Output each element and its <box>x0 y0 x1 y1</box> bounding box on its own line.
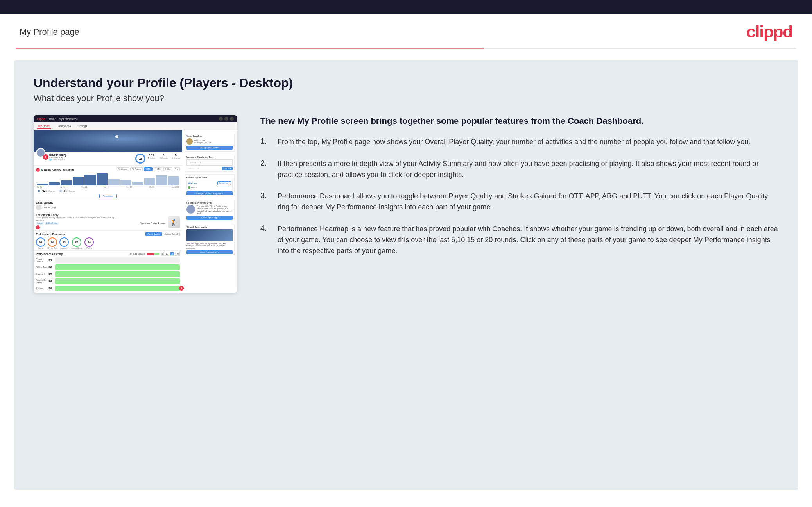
mockup-hcp-badge: 1 <box>43 154 48 160</box>
mockup-location: 🌐 United Kingdom <box>49 159 133 161</box>
mockup-community-section: Clippd Community Visit the Clippd Commun… <box>185 224 235 256</box>
heatmap-20[interactable]: 20 <box>175 252 180 256</box>
ring-putting-label: Putting <box>86 247 92 249</box>
count-offcourse-value: 3 <box>63 189 65 193</box>
toggle-strokes-gained[interactable]: Strokes Gained <box>163 232 180 236</box>
mockup-arccos-btn[interactable]: Disconnect <box>217 181 231 185</box>
nav-performance: My Performance <box>59 118 78 120</box>
subnav-profile: My Profile <box>37 124 51 129</box>
bar-5 <box>84 175 96 185</box>
mockup-perf-header: Performance Dashboard Player Quality Str… <box>36 232 180 236</box>
mockup-heatmap-section: Performance Heatmap 5 Round Change: 5 <box>34 250 182 293</box>
heatmap-val-approach: 85 <box>48 273 54 276</box>
mockup-bar-chart <box>36 173 180 185</box>
all-activities-btn[interactable]: All Activities <box>99 194 117 198</box>
toggle-player-quality[interactable]: Player Quality <box>145 232 161 236</box>
heatmap-label-approach: Approach <box>36 273 47 275</box>
mockup-arccos-row: Arccos Disconnect <box>188 181 231 185</box>
bar-3 <box>61 180 72 185</box>
bar-2 <box>49 182 60 186</box>
heatmap-box-offtee: ↓ . <box>55 264 180 270</box>
heatmap-rounds-label: 5 Round Change: <box>130 253 145 255</box>
mockup-latest-title: Latest Activity <box>36 201 180 204</box>
mockup-hero-bg <box>34 130 182 152</box>
page-title: My Profile page <box>20 27 79 37</box>
bar-1 <box>37 184 48 185</box>
left-column: clippd Home My Performance My Profile Co… <box>34 115 237 293</box>
heatmap-label-offtee: Off the Tee <box>36 266 47 268</box>
mockup-activity-badge: 2 <box>36 168 40 172</box>
mockup-lesson-tags: Lesson Bil 1h: 30 mins Videos and Photos… <box>36 222 165 225</box>
mockup-coach-row: Dan Davies Barnehgate Golf Club <box>186 138 233 145</box>
top-bar <box>0 0 812 14</box>
heatmap-val-around: 86 <box>48 280 54 283</box>
mockup-trackman-add-btn[interactable]: Add Link <box>222 167 233 170</box>
mockup-chart-labels: Oct 21 Nov 21 Dec 21 Jan 22 Feb 22 Mar 2… <box>36 186 180 189</box>
bar-9 <box>132 182 143 185</box>
mockup-arccos-logo: Arccos <box>188 182 197 185</box>
mockup-practice-section: Record a Practice Drill The use of the C… <box>185 200 235 221</box>
count-offcourse: 3 Off Course <box>59 189 75 193</box>
list-text-4: Performance Heatmap is a new feature tha… <box>278 224 778 257</box>
mockup-practice-row: The use of the Clippd Capture app enable… <box>186 205 233 214</box>
mockup-followers-label: Followers <box>159 157 167 159</box>
chart-label-6: Mar 22 <box>149 186 154 188</box>
bar-12 <box>168 176 179 185</box>
mockup-manage-integrations-btn[interactable]: Manage Your Data Integrations <box>186 191 233 195</box>
mockup-body: 1 Blair McHarg Plus Handicap 🌐 United Ki… <box>34 130 237 293</box>
mockup-activities-label: Activities <box>148 157 156 159</box>
mockup-following-label: Following <box>172 157 180 159</box>
mockup-logo: clippd <box>37 117 45 121</box>
heatmap-10[interactable]: 10 <box>165 252 169 256</box>
mockup-perf-title: Performance Dashboard <box>36 233 66 236</box>
heatmap-trend-bars <box>147 253 159 255</box>
chart-label-1: Oct 21 <box>37 186 42 188</box>
ring-offtee: 90 Off the Tee <box>48 237 57 249</box>
list-text-2: It then presents a more in-depth view of… <box>278 159 778 180</box>
bar-10 <box>144 178 156 185</box>
mockup-trackman-section: Upload a Trackman Test Trackman Link Tra… <box>185 154 235 172</box>
mockup-right-sidebar: Your Coaches Dan Davies Barnehgate Golf … <box>182 130 237 293</box>
mockup-golf-ball <box>115 135 118 138</box>
count-oncourse-label: On Course <box>45 190 55 192</box>
list-num-1: 1. <box>260 137 271 146</box>
mockup-coaches-section: Your Coaches Dan Davies Barnehgate Golf … <box>185 133 235 152</box>
ring-around-label: Around Green <box>71 247 82 249</box>
heatmap-box-approach: ↓ . <box>55 271 180 277</box>
chart-label-4: Jan 22 <box>104 186 109 188</box>
mockup-trackman-row2: Trackman Link Add Link <box>186 167 233 170</box>
chart-label-3: Dec 21 <box>82 186 87 188</box>
list-item-2: 2. It then presents a more in-depth view… <box>260 159 778 180</box>
mockup-heatmap-title: Performance Heatmap <box>36 253 63 255</box>
mockup-launch-community-btn[interactable]: Launch Community ↗ <box>186 250 233 254</box>
mockup-all-activities: All Activities <box>36 194 180 198</box>
mockup-subnav: My Profile Connections Settings <box>34 122 237 130</box>
heatmap-15[interactable]: 15 <box>170 252 175 256</box>
ring-approach-label: Approach <box>60 247 68 249</box>
heatmap-5[interactable]: 5 <box>161 252 164 256</box>
mockup-stat-activities: 131 Activities <box>148 154 156 159</box>
ring-offtee-label: Off the Tee <box>48 247 57 249</box>
bar-7 <box>108 179 120 186</box>
feature-list: 1. From the top, My Profile page now sho… <box>260 137 778 257</box>
mockup-manage-coaches-btn[interactable]: Manage Your Coaches <box>186 146 233 150</box>
chart-label-2: Nov 21 <box>59 186 65 188</box>
mockup-practice-title: Record a Practice Drill <box>186 202 233 204</box>
heatmap-bar-offtee: 90 ↓ . <box>48 264 180 270</box>
mockup-coach-info: Dan Davies Barnehgate Golf Club <box>194 139 211 144</box>
ring-putting: 96 Putting <box>84 237 94 249</box>
mockup-lesson-figure: 🏌️ <box>168 216 180 228</box>
mockup-stat-following: 5 Following <box>172 154 180 159</box>
header: My Profile page clippd <box>0 14 812 48</box>
count-oncourse-value: 24 <box>41 189 45 193</box>
filter-6mths: 6 Mths <box>163 167 172 171</box>
mockup-trackman-input[interactable]: Trackman Link <box>186 159 233 166</box>
heatmap-row-approach: Approach 85 ↓ . <box>36 271 180 277</box>
list-num-3: 3. <box>260 191 271 200</box>
filter-3mths: 3 Mths <box>144 167 153 171</box>
ring-approach: 85 Approach <box>59 237 69 249</box>
mockup-lesson-sub2: see more <box>36 219 165 221</box>
list-item-3: 3. Performance Dashboard allows you to t… <box>260 191 778 213</box>
mockup-trackman-placeholder: Trackman Link <box>188 161 201 164</box>
mockup-launch-capture-btn[interactable]: Launch Capture App ↗ <box>186 216 233 220</box>
